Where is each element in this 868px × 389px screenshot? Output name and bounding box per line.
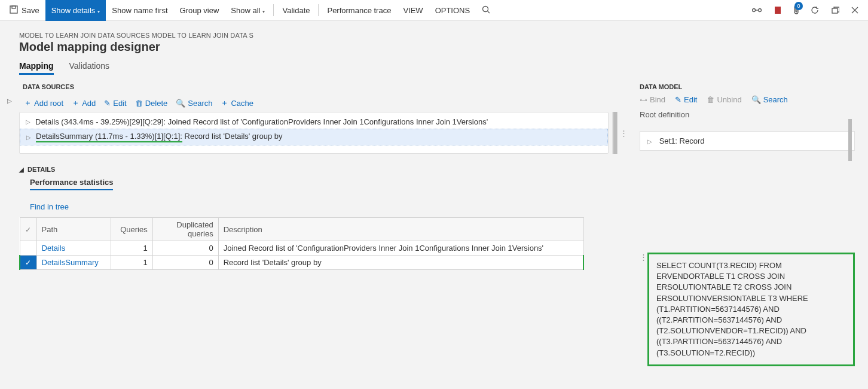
col-duplicated-queries[interactable]: Duplicated queries: [152, 218, 218, 241]
search-icon: [482, 5, 490, 16]
badge-count: 0: [794, 2, 803, 10]
trash-icon: 🗑: [707, 95, 714, 104]
page-tabs: Mapping Validations: [19, 61, 855, 75]
root-definition-label: Root definition: [640, 110, 855, 119]
sql-query-box: SELECT COUNT(T3.RECID) FROM ERVENDORTABL…: [647, 253, 855, 366]
table-row[interactable]: ✓ DetailsSummary 1 0 Record list 'Detail…: [20, 256, 583, 270]
path-link[interactable]: DetailsSummary: [42, 258, 99, 267]
cell-dup: 0: [152, 241, 218, 256]
pencil-icon: ✎: [104, 99, 111, 108]
page-content: ▷ MODEL TO LEARN JOIN DATA SOURCES MODEL…: [0, 21, 868, 388]
chevron-down-icon: [260, 6, 265, 15]
show-name-first-button[interactable]: Show name first: [106, 0, 173, 21]
link-icon: ⧟: [640, 95, 647, 104]
row-checkbox[interactable]: ✓: [20, 256, 36, 270]
group-view-button[interactable]: Group view: [174, 0, 225, 21]
tree-row-details-summary[interactable]: ▷ DetailsSummary (11.7ms - 1.33%)[1][Q:1…: [20, 129, 608, 145]
svg-rect-8: [832, 8, 838, 13]
left-expander[interactable]: ▷: [7, 98, 19, 104]
tab-mapping[interactable]: Mapping: [19, 61, 54, 75]
popout-icon[interactable]: [825, 0, 845, 21]
col-select[interactable]: ✓: [20, 218, 36, 241]
collapse-icon: ◢: [19, 166, 24, 173]
tree-label: DetailsSummary (11.7ms - 1.33%)[1][Q:1]:…: [36, 132, 282, 142]
svg-point-2: [483, 6, 488, 11]
col-path[interactable]: Path: [36, 218, 111, 241]
toolbar-separator: [318, 4, 319, 16]
connector-icon[interactable]: [746, 0, 768, 21]
show-details-button[interactable]: Show details: [45, 0, 106, 21]
tree-label: Details (343.4ms - 39.25%)[29][Q:29]: Jo…: [35, 117, 488, 126]
data-sources-tree: ▷ Details (343.4ms - 39.25%)[29][Q:29]: …: [19, 112, 609, 154]
svg-point-4: [753, 9, 756, 12]
table-row[interactable]: Details 1 0 Joined Record list of 'Confi…: [20, 241, 583, 256]
app-toolbar: Save Show details Show name first Group …: [0, 0, 868, 21]
find-in-tree-link[interactable]: Find in tree: [30, 202, 69, 211]
scrollbar[interactable]: [612, 112, 618, 154]
cell-desc: Record list 'Details' group by: [218, 256, 583, 270]
cell-queries: 1: [111, 241, 152, 256]
data-model-actions: ⧟Bind ✎Edit 🗑Unbind 🔍Search: [640, 95, 855, 104]
bind-button[interactable]: ⧟Bind: [640, 95, 665, 104]
tab-validations[interactable]: Validations: [69, 61, 109, 75]
pencil-icon: ✎: [675, 95, 681, 104]
scrollbar[interactable]: [848, 119, 852, 161]
cell-dup: 0: [152, 256, 218, 270]
trash-icon: 🗑: [135, 99, 143, 108]
svg-rect-7: [775, 7, 781, 14]
data-sources-actions: ＋Add root ＋Add ✎Edit 🗑Delete 🔍Search ＋Ca…: [19, 95, 629, 112]
search-icon: 🔍: [176, 99, 185, 108]
refresh-icon[interactable]: [805, 0, 825, 21]
page-title: Model mapping designer: [19, 40, 855, 54]
data-model-header[interactable]: DATA MODEL: [640, 83, 855, 90]
expand-icon: ▷: [26, 118, 30, 125]
unbind-button[interactable]: 🗑Unbind: [707, 95, 741, 104]
cell-desc: Joined Record list of 'ConfigurationProv…: [218, 241, 583, 256]
cache-button[interactable]: ＋Cache: [221, 98, 253, 108]
options-button[interactable]: OPTIONS: [429, 0, 476, 21]
save-button[interactable]: Save: [4, 0, 45, 21]
performance-trace-button[interactable]: Performance trace: [321, 0, 397, 21]
view-button[interactable]: VIEW: [397, 0, 429, 21]
chevron-down-icon: [95, 6, 100, 15]
show-all-button[interactable]: Show all: [225, 0, 271, 21]
set1-record[interactable]: ▷ Set1: Record: [640, 131, 855, 151]
search-button[interactable]: 🔍Search: [751, 95, 788, 104]
add-root-button[interactable]: ＋Add root: [24, 98, 63, 108]
attach-badge[interactable]: 0: [788, 0, 805, 21]
cell-queries: 1: [111, 256, 152, 270]
expand-icon: ▷: [26, 134, 31, 141]
svg-point-5: [759, 9, 762, 12]
col-queries[interactable]: Queries: [111, 218, 152, 241]
tree-row-details[interactable]: ▷ Details (343.4ms - 39.25%)[29][Q:29]: …: [20, 115, 608, 129]
show-details-label: Show details: [51, 6, 96, 15]
path-link[interactable]: Details: [42, 244, 66, 253]
office-icon[interactable]: [768, 0, 788, 21]
tab-performance-statistics[interactable]: Performance statistics: [30, 178, 113, 190]
svg-rect-0: [10, 6, 17, 13]
performance-table: ✓ Path Queries Duplicated queries Descri…: [19, 217, 584, 270]
svg-rect-1: [12, 6, 16, 8]
search-button[interactable]: [476, 0, 496, 21]
validate-button[interactable]: Validate: [276, 0, 316, 21]
data-sources-header[interactable]: DATA SOURCES: [19, 83, 629, 90]
add-button[interactable]: ＋Add: [72, 98, 96, 108]
svg-line-3: [488, 11, 490, 13]
save-icon: [10, 5, 18, 16]
toolbar-separator: [273, 4, 274, 16]
row-checkbox[interactable]: [20, 241, 36, 256]
expand-icon: ▷: [647, 138, 652, 145]
edit-button[interactable]: ✎Edit: [675, 95, 697, 104]
search-link[interactable]: 🔍Search: [176, 99, 212, 108]
breadcrumb: MODEL TO LEARN JOIN DATA SOURCES MODEL T…: [19, 32, 855, 39]
edit-button[interactable]: ✎Edit: [104, 99, 126, 108]
search-icon: 🔍: [751, 95, 761, 104]
delete-button[interactable]: 🗑Delete: [135, 99, 168, 108]
close-icon[interactable]: [845, 0, 864, 21]
save-label: Save: [22, 6, 39, 15]
details-header[interactable]: ◢ DETAILS: [19, 166, 629, 173]
col-description[interactable]: Description: [218, 218, 583, 241]
